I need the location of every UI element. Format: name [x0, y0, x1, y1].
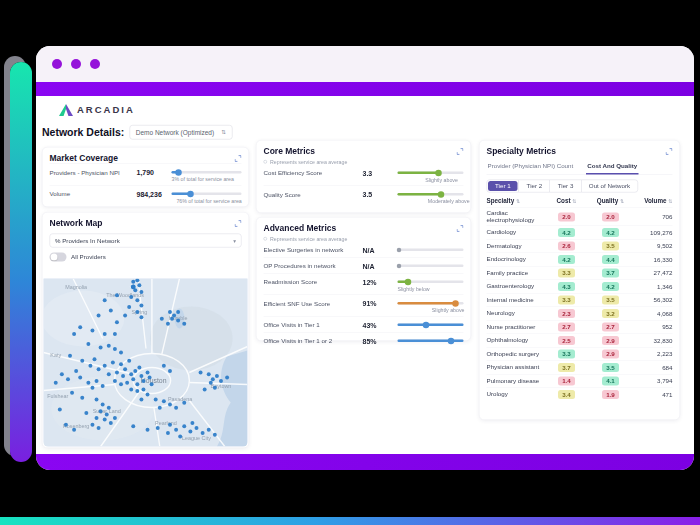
provider-dot[interactable] [141, 387, 145, 391]
provider-dot[interactable] [168, 423, 172, 427]
provider-dot[interactable] [103, 418, 107, 422]
provider-dot[interactable] [168, 369, 172, 373]
table-row[interactable]: Internal medicine3.33.556,302 [487, 293, 673, 307]
metric-slider[interactable] [398, 265, 464, 268]
provider-dot[interactable] [133, 288, 137, 292]
tab-cost-and-quality[interactable]: Cost And Quality [586, 161, 638, 175]
table-row[interactable]: Ophthalmology2.52.932,830 [487, 334, 673, 348]
provider-dot[interactable] [141, 379, 145, 383]
provider-dot[interactable] [103, 332, 107, 336]
provider-dot[interactable] [107, 372, 111, 376]
provider-dot[interactable] [137, 366, 141, 370]
provider-dot[interactable] [97, 367, 101, 371]
provider-dot[interactable] [115, 293, 119, 297]
provider-dot[interactable] [107, 406, 111, 410]
provider-dot[interactable] [125, 381, 129, 385]
provider-dot[interactable] [78, 325, 82, 329]
provider-dot[interactable] [123, 367, 127, 371]
provider-dot[interactable] [207, 428, 211, 432]
metric-slider[interactable] [398, 172, 464, 175]
provider-dot[interactable] [146, 371, 150, 375]
provider-dot[interactable] [154, 397, 158, 401]
table-row[interactable]: Urology3.41.9471 [487, 388, 673, 402]
provider-dot[interactable] [174, 428, 178, 432]
provider-dot[interactable] [72, 332, 76, 336]
provider-dot[interactable] [109, 421, 113, 425]
metric-slider[interactable] [398, 193, 464, 196]
table-row[interactable]: Cardiac electrophysiology2.02.0706 [487, 208, 673, 226]
provider-dot[interactable] [188, 429, 192, 433]
provider-dot[interactable] [176, 310, 180, 314]
provider-dot[interactable] [166, 322, 170, 326]
provider-dot[interactable] [113, 332, 117, 336]
table-row[interactable]: Cardiology4.24.2109,276 [487, 226, 673, 240]
table-row[interactable]: Pulmonary disease1.44.13,794 [487, 374, 673, 388]
table-row[interactable]: Orthopedic surgery3.32.92,223 [487, 347, 673, 361]
provider-dot[interactable] [127, 305, 131, 309]
provider-dot[interactable] [135, 310, 139, 314]
provider-dot[interactable] [103, 364, 107, 368]
provider-dot[interactable] [209, 381, 213, 385]
provider-dot[interactable] [60, 372, 64, 376]
provider-dot[interactable] [139, 290, 143, 294]
provider-dot[interactable] [95, 397, 99, 401]
metric-slider[interactable] [398, 302, 464, 305]
provider-dot[interactable] [139, 374, 143, 378]
provider-dot[interactable] [150, 382, 154, 386]
provider-dot[interactable] [225, 376, 229, 380]
provider-dot[interactable] [146, 428, 150, 432]
provider-dot[interactable] [64, 423, 68, 427]
provider-dot[interactable] [99, 409, 103, 413]
provider-dot[interactable] [90, 386, 94, 390]
table-row[interactable]: Endocrinology4.24.416,330 [487, 253, 673, 267]
provider-dot[interactable] [127, 359, 131, 363]
provider-dot[interactable] [119, 382, 123, 386]
provider-dot[interactable] [54, 381, 58, 385]
metric-slider[interactable] [398, 324, 464, 327]
provider-dot[interactable] [97, 426, 101, 430]
provider-dot[interactable] [80, 396, 84, 400]
provider-dot[interactable] [101, 384, 105, 388]
provider-dot[interactable] [199, 371, 203, 375]
metric-slider[interactable] [172, 171, 242, 174]
provider-dot[interactable] [103, 298, 107, 302]
provider-dot[interactable] [115, 371, 119, 375]
provider-dot[interactable] [219, 379, 223, 383]
provider-dot[interactable] [139, 397, 143, 401]
provider-dot[interactable] [74, 369, 78, 373]
provider-dot[interactable] [160, 317, 164, 321]
provider-dot[interactable] [88, 364, 92, 368]
provider-dot[interactable] [90, 423, 94, 427]
column-header-cost[interactable]: Cost ⇅ [545, 198, 589, 205]
provider-dot[interactable] [213, 386, 217, 390]
provider-dot[interactable] [97, 313, 101, 317]
provider-dot[interactable] [211, 377, 215, 381]
provider-dot[interactable] [207, 372, 211, 376]
provider-dot[interactable] [113, 416, 117, 420]
provider-dot[interactable] [129, 295, 133, 299]
provider-dot[interactable] [135, 389, 139, 393]
provider-dot[interactable] [137, 283, 141, 287]
provider-dot[interactable] [158, 406, 162, 410]
expand-icon[interactable] [235, 220, 242, 227]
tier-2-button[interactable]: Tier 2 [519, 180, 550, 192]
column-header-volume[interactable]: Volume ⇅ [633, 198, 673, 205]
metric-slider[interactable] [398, 249, 464, 252]
provider-dot[interactable] [213, 433, 217, 437]
provider-dot[interactable] [166, 431, 170, 435]
provider-dot[interactable] [182, 401, 186, 405]
provider-dot[interactable] [84, 411, 88, 415]
provider-dot[interactable] [168, 403, 172, 407]
provider-dot[interactable] [131, 377, 135, 381]
metric-slider[interactable] [172, 193, 242, 196]
provider-dot[interactable] [86, 381, 90, 385]
expand-icon[interactable] [235, 155, 242, 162]
provider-dot[interactable] [215, 374, 219, 378]
table-row[interactable]: Nurse practitioner2.72.7952 [487, 320, 673, 334]
table-row[interactable]: Dermatology2.63.59,502 [487, 239, 673, 253]
provider-dot[interactable] [201, 431, 205, 435]
provider-dot[interactable] [105, 413, 109, 417]
expand-icon[interactable] [457, 225, 464, 232]
provider-dot[interactable] [123, 313, 127, 317]
table-row[interactable]: Family practice3.33.727,472 [487, 266, 673, 280]
